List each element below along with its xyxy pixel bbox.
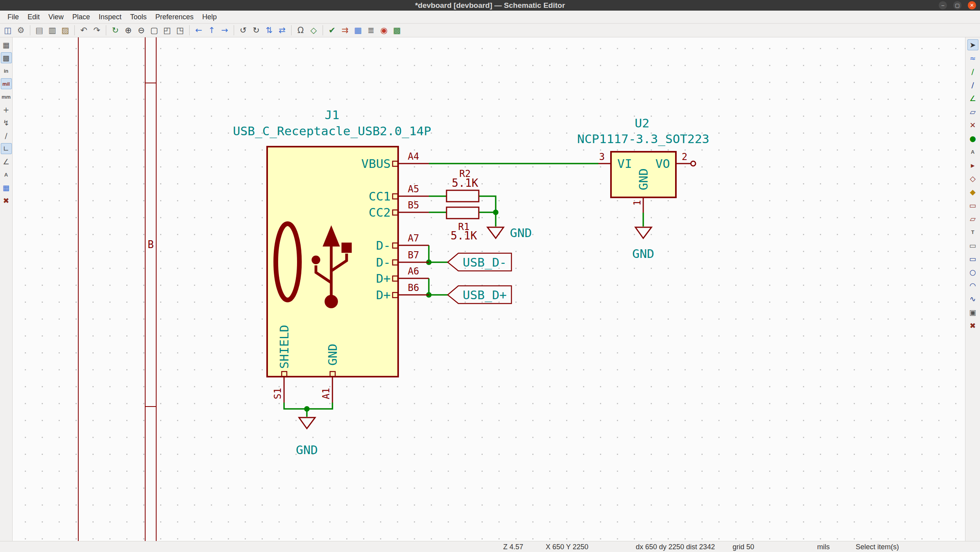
gnd-label[interactable]: GND [296, 443, 318, 457]
add-bus-icon[interactable]: ∕ [967, 79, 978, 90]
gnd-symbol [635, 227, 651, 238]
wire-entry-icon[interactable]: ∠ [967, 93, 978, 104]
footprint-editor-icon[interactable]: ◇ [308, 24, 319, 36]
hv-angle-icon[interactable]: ∟ [1, 143, 12, 154]
panel-toggle-icon[interactable]: ✖ [1, 195, 12, 206]
r1-body[interactable] [447, 207, 479, 219]
r2-symbol[interactable]: R2 5.1K [447, 168, 479, 202]
junction-icon[interactable]: ● [967, 133, 978, 144]
full-cursor-icon[interactable]: + [1, 104, 12, 115]
u2-reference[interactable]: U2 [635, 116, 649, 130]
free-angle-icon[interactable]: ∕ [1, 130, 12, 141]
zoom-fit-icon[interactable]: ▢ [148, 24, 160, 36]
menu-inspect[interactable]: Inspect [94, 11, 126, 23]
global-label-text[interactable]: USB_D+ [463, 288, 507, 302]
units-mil[interactable]: mil [1, 78, 12, 89]
j1-value[interactable]: USB_C_Receptacle_USB2.0_14P [233, 124, 431, 138]
up-hierarchy-icon[interactable]: ↑ [206, 24, 218, 36]
statusbar: Z 4.57 X 650 Y 2250 dx 650 dy 2250 dist … [0, 541, 980, 552]
page-settings-icon[interactable]: ▤ [33, 24, 45, 36]
prev-sheet-icon[interactable]: ← [193, 24, 205, 36]
next-sheet-icon[interactable]: → [219, 24, 231, 36]
grid-overrides-icon[interactable]: ▩ [1, 52, 12, 63]
45-angle-icon[interactable]: ∠ [1, 156, 12, 167]
zoom-in-icon[interactable]: ⊕ [122, 24, 134, 36]
hier-sheet-icon[interactable]: ▭ [967, 200, 978, 211]
zoom-objects-icon[interactable]: ◰ [161, 24, 173, 36]
erc-icon[interactable]: ✔ [326, 24, 338, 36]
no-connect-icon[interactable]: ✕ [967, 120, 978, 131]
bezier-tool-icon[interactable]: ∿ [967, 293, 978, 304]
add-wire-icon[interactable]: ∕ [967, 66, 978, 77]
global-label-text[interactable]: USB_D- [463, 255, 507, 270]
pcb-editor-icon[interactable]: ▩ [391, 24, 403, 36]
global-label-icon[interactable]: ◇ [967, 173, 978, 184]
bus-entry-icon[interactable]: ▱ [967, 106, 978, 117]
redo-icon[interactable]: ↷ [91, 24, 103, 36]
menu-preferences[interactable]: Preferences [151, 11, 198, 23]
netclass-flag-icon[interactable]: ▸ [967, 160, 978, 171]
symbol-editor-icon[interactable]: Ω [295, 24, 306, 36]
units-mm[interactable]: mm [1, 91, 12, 102]
annotate-icon[interactable]: A [1, 169, 12, 180]
r2-value[interactable]: 5.1K [452, 177, 478, 190]
mirror-h-icon[interactable]: ⇄ [276, 24, 288, 36]
gnd-label[interactable]: GND [632, 247, 654, 261]
u2-value[interactable]: NCP1117-3.3_SOT223 [577, 132, 709, 146]
bom-icon[interactable]: ≣ [365, 24, 377, 36]
highlight-net-icon[interactable]: ≈ [967, 53, 978, 64]
hidden-pins-icon[interactable]: ↯ [1, 117, 12, 128]
mirror-v-icon[interactable]: ⇅ [263, 24, 275, 36]
show-grid-icon[interactable]: ▦ [1, 39, 12, 50]
menu-view[interactable]: View [44, 11, 68, 23]
menu-help[interactable]: Help [198, 11, 221, 23]
window-title: *devboard [devboard] — Schematic Editor [415, 1, 565, 10]
j1-symbol[interactable]: J1 USB_C_Receptacle_USB2.0_14P [233, 108, 431, 403]
assign-footprints-icon[interactable]: ⇉ [339, 24, 351, 36]
pin-name: VO [655, 156, 670, 171]
menu-file[interactable]: File [3, 11, 23, 23]
save-icon[interactable]: ◫ [2, 24, 14, 36]
hier-label-icon[interactable]: ◆ [967, 186, 978, 197]
sheet-pin-icon[interactable]: ▱ [967, 213, 978, 224]
close-button[interactable]: ✕ [968, 1, 976, 9]
refresh-icon[interactable]: ↻ [109, 24, 121, 36]
minimize-button[interactable]: – [939, 1, 947, 9]
menu-place[interactable]: Place [68, 11, 94, 23]
net-label-icon[interactable]: A [967, 146, 978, 157]
schematic-setup-icon[interactable]: ⚙ [15, 24, 27, 36]
menu-tools[interactable]: Tools [126, 11, 151, 23]
text-tool-icon[interactable]: T [967, 226, 978, 237]
menu-edit[interactable]: Edit [23, 11, 44, 23]
print-icon[interactable]: ▥ [46, 24, 58, 36]
rect-tool-icon[interactable]: ▭ [967, 253, 978, 264]
r2-body[interactable] [447, 190, 479, 202]
titlebar[interactable]: *devboard [devboard] — Schematic Editor … [0, 0, 980, 11]
symbol-fields-icon[interactable]: ▦ [352, 24, 364, 36]
image-tool-icon[interactable]: ▣ [967, 307, 978, 318]
paste-icon[interactable]: ▨ [59, 24, 71, 36]
r1-symbol[interactable]: R1 5.1K [447, 207, 479, 242]
rotate-ccw-icon[interactable]: ↺ [237, 24, 249, 36]
rotate-cw-icon[interactable]: ↻ [250, 24, 262, 36]
undo-icon[interactable]: ↶ [78, 24, 90, 36]
arc-tool-icon[interactable]: ◠ [967, 280, 978, 291]
maximize-button[interactable]: ▢ [953, 1, 962, 9]
fields-table-icon[interactable]: ▦ [1, 182, 12, 193]
zoom-out-icon[interactable]: ⊖ [135, 24, 147, 36]
r1-value[interactable]: 5.1K [450, 229, 477, 242]
pin-name: CC1 [369, 189, 391, 203]
sim-icon[interactable]: ◉ [378, 24, 390, 36]
j1-reference[interactable]: J1 [325, 108, 339, 122]
global-labels[interactable]: USB_D- USB_D+ [448, 253, 511, 304]
gnd-label[interactable]: GND [510, 226, 532, 240]
select-tool-icon[interactable]: ➤ [967, 39, 978, 50]
circle-tool-icon[interactable]: ○ [967, 267, 978, 278]
zoom-selection-icon[interactable]: ◳ [174, 24, 186, 36]
units-inch[interactable]: in [1, 65, 12, 76]
u2-symbol[interactable]: U2 NCP1117-3.3_SOT223 VI VO GND 3 2 1 [577, 116, 709, 213]
delete-tool-icon[interactable]: ✖ [967, 320, 978, 331]
textbox-tool-icon[interactable]: ▭ [967, 240, 978, 251]
schematic-canvas[interactable]: B [13, 37, 965, 541]
status-coordinates: X 650 Y 2250 [546, 543, 588, 551]
